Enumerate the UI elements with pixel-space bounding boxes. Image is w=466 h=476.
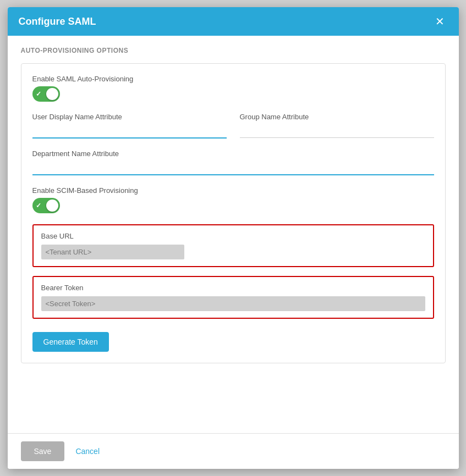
modal-footer: Save Cancel: [8, 433, 459, 469]
bearer-token-box: Bearer Token: [32, 276, 434, 319]
bearer-token-label: Bearer Token: [41, 284, 425, 292]
configure-saml-modal: Configure SAML ✕ AUTO-PROVISIONING OPTIO…: [8, 7, 459, 469]
department-name-label: Department Name Attribute: [32, 150, 434, 158]
display-group-row: User Display Name Attribute Group Name A…: [32, 113, 434, 139]
department-name-group: Department Name Attribute: [32, 150, 434, 175]
scim-toggle-knob: [46, 200, 58, 212]
enable-saml-label: Enable SAML Auto-Provisioning: [32, 75, 434, 83]
user-display-name-input[interactable]: [32, 124, 227, 139]
base-url-input[interactable]: [41, 245, 184, 259]
enable-scim-toggle-wrapper: ✓: [32, 198, 434, 213]
base-url-box: Base URL: [32, 224, 434, 267]
enable-saml-toggle-wrapper: ✓: [32, 86, 434, 102]
enable-scim-toggle[interactable]: ✓: [32, 198, 60, 213]
user-display-name-label: User Display Name Attribute: [32, 113, 227, 121]
department-name-input[interactable]: [32, 161, 434, 175]
cancel-button[interactable]: Cancel: [75, 447, 100, 456]
modal-overlay: Configure SAML ✕ AUTO-PROVISIONING OPTIO…: [0, 0, 466, 476]
save-button[interactable]: Save: [21, 441, 65, 461]
toggle-knob: [46, 88, 58, 100]
base-url-label: Base URL: [41, 232, 425, 240]
modal-header: Configure SAML ✕: [8, 7, 459, 36]
bearer-token-input[interactable]: [41, 296, 425, 311]
modal-body: AUTO-PROVISIONING OPTIONS Enable SAML Au…: [8, 36, 459, 433]
modal-title: Configure SAML: [19, 16, 96, 27]
group-name-group: Group Name Attribute: [240, 113, 434, 139]
section-title-auto-provisioning: AUTO-PROVISIONING OPTIONS: [21, 47, 446, 54]
enable-saml-toggle[interactable]: ✓: [32, 86, 60, 102]
group-name-label: Group Name Attribute: [240, 113, 434, 121]
auto-provisioning-card: Enable SAML Auto-Provisioning ✓ User Dis…: [21, 63, 446, 363]
user-display-name-group: User Display Name Attribute: [32, 113, 227, 139]
toggle-check-icon: ✓: [36, 90, 41, 98]
enable-scim-label: Enable SCIM-Based Provisioning: [32, 186, 434, 195]
group-name-input[interactable]: [240, 124, 434, 138]
generate-token-button[interactable]: Generate Token: [32, 332, 109, 352]
modal-close-button[interactable]: ✕: [432, 15, 448, 28]
scim-toggle-check-icon: ✓: [36, 202, 41, 209]
